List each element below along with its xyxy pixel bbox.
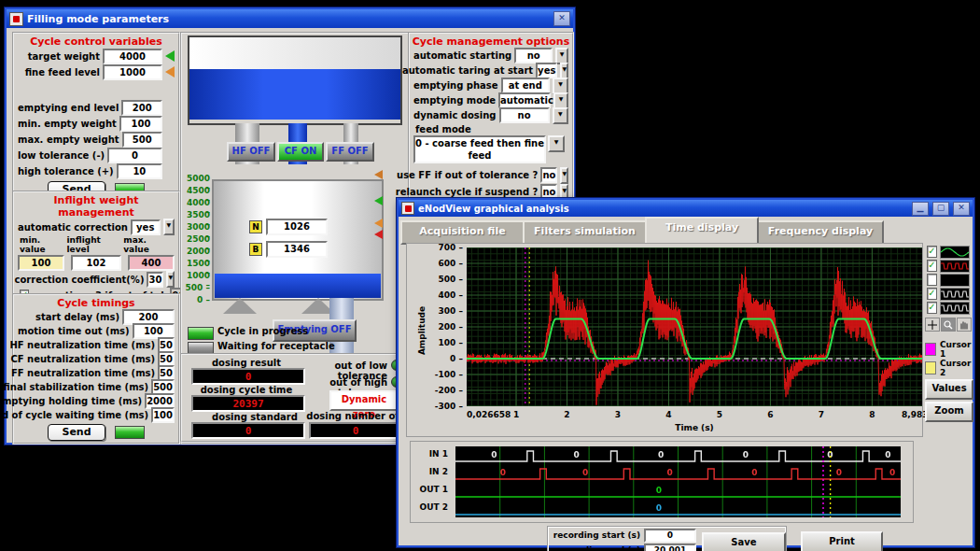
trace-style-swatch <box>940 302 970 315</box>
field-label: fine feed level <box>25 67 100 78</box>
emptying-mode-select[interactable]: automatic <box>498 92 551 108</box>
field-label: min. empty weight <box>18 119 117 129</box>
chevron-down-icon[interactable]: ▼ <box>166 271 175 288</box>
io-label-out2: OUT 2 <box>413 502 448 512</box>
chevron-down-icon[interactable]: ▼ <box>548 135 565 152</box>
trace-style-swatch <box>940 274 970 287</box>
values-button[interactable]: Values <box>925 379 973 400</box>
field-label: high tolerance (+) <box>18 166 114 177</box>
time-chart-canvas[interactable] <box>467 247 922 406</box>
inflight-level-input[interactable]: 102 <box>71 255 121 271</box>
enodview-body: Acquisition file Filters simulation Time… <box>399 217 973 545</box>
auto-taring-select[interactable]: yes <box>536 63 557 78</box>
auto-starting-select[interactable]: no <box>514 48 553 64</box>
recording-start-input[interactable]: 0 <box>644 529 696 543</box>
vessel-liquid <box>215 274 381 298</box>
x-tick-label: 3 <box>597 410 638 419</box>
recording-bar: recording start (s) 0 recording end (s) … <box>548 527 786 551</box>
trace-visibility-checkbox[interactable]: ✓ <box>927 246 937 258</box>
y-tick-label: 300 – <box>431 306 463 316</box>
alarm-level-marker-icon <box>374 230 383 239</box>
print-button[interactable]: Print <box>801 531 883 551</box>
close-icon[interactable]: ✕ <box>553 11 570 26</box>
cursor1-label: Cursor 1 <box>940 340 973 359</box>
field-label: dynamic dosing <box>413 110 497 120</box>
pan-tool-icon[interactable] <box>957 318 972 332</box>
cycle-mgmt-title: Cycle management options <box>410 34 572 48</box>
dynamic-zero-button[interactable]: Dynamic zero <box>329 390 399 411</box>
close-icon[interactable]: ✕ <box>953 202 970 216</box>
crosshair-tool-icon[interactable] <box>925 318 940 332</box>
high-tolerance-input[interactable]: 10 <box>117 163 162 179</box>
tab-time-display[interactable]: Time display <box>645 217 759 243</box>
x-tick-label: 6 <box>749 410 791 419</box>
cycle-timings-title: Cycle timings <box>14 295 178 309</box>
trace-visibility-checkbox[interactable]: ✓ <box>927 288 937 300</box>
level-marker-icon <box>374 170 383 179</box>
enodview-app-icon <box>401 202 414 215</box>
chevron-down-icon[interactable]: ▼ <box>553 107 568 124</box>
tab-acquisition-file[interactable]: Acquisition file <box>400 220 525 245</box>
field-label: emptying end level <box>18 103 119 113</box>
feed-mode-select[interactable]: 0 - coarse feed then fine feed <box>413 135 546 163</box>
y-tick-label: -300 – <box>431 402 463 411</box>
gross-weight-value: 1346 <box>266 241 328 258</box>
x-tick-label: 8 <box>851 410 892 419</box>
io-label-out1: OUT 1 <box>413 485 448 494</box>
cf-valve-button[interactable]: CF ON <box>277 142 324 162</box>
dosing-result-label: dosing result <box>189 358 303 368</box>
save-simulation-button[interactable]: Save simulation <box>702 532 786 551</box>
field-label: automatic starting <box>413 50 511 61</box>
ff-valve-button[interactable]: FF OFF <box>326 142 374 162</box>
y-tick-label: 400 – <box>431 290 463 300</box>
y-tick-label: 100 – <box>431 338 463 347</box>
emptying-end-level-input[interactable]: 200 <box>121 100 162 116</box>
zoom-tool-icon[interactable] <box>941 318 956 332</box>
y-tick-label: -200 – <box>431 386 463 395</box>
low-tolerance-input[interactable]: 0 <box>107 148 162 163</box>
io-chart-canvas[interactable] <box>455 446 901 517</box>
filling-window-title: Filling mode parameters <box>27 13 169 25</box>
target-weight-input[interactable]: 4000 <box>103 49 162 64</box>
end-cycle-waiting-input[interactable]: 100 <box>151 407 175 423</box>
enodview-titlebar[interactable]: eNodView graphical analysis ▁ ▢ ✕ <box>399 200 973 217</box>
cursor1-swatch[interactable] <box>925 343 936 356</box>
tab-filters-simulation[interactable]: Filters simulation <box>523 220 647 245</box>
hf-valve-button[interactable]: HF OFF <box>227 142 275 162</box>
field-label: emptying holding time (ms) <box>0 396 142 406</box>
trace-visibility-checkbox[interactable] <box>927 274 937 286</box>
use-ff-select[interactable]: no <box>540 167 557 183</box>
send-button[interactable]: Send <box>48 424 105 441</box>
y-tick-label: 500 – <box>431 275 463 284</box>
recording-end-input[interactable]: 20,001 <box>644 544 696 551</box>
fine-feed-marker-icon <box>165 66 175 78</box>
max-empty-weight-input[interactable]: 500 <box>122 132 162 148</box>
field-label: low tolerance (-) <box>18 150 105 161</box>
trace-style-swatch <box>940 288 970 301</box>
x-tick-label: 2 <box>547 410 588 419</box>
filling-titlebar[interactable]: Filling mode parameters ✕ <box>7 9 573 28</box>
field-label: relaunch cycle if suspend ? <box>396 187 539 197</box>
emptying-phase-select[interactable]: at end <box>501 78 550 93</box>
dosing-cycles-display: 0 <box>309 422 402 439</box>
trace-visibility-checkbox[interactable]: ✓ <box>927 260 937 272</box>
auto-correction-select[interactable]: yes <box>131 219 161 235</box>
y-tick-label: 0 – <box>431 354 463 363</box>
min-empty-weight-input[interactable]: 100 <box>119 116 162 132</box>
field-label: target weight <box>28 51 100 62</box>
correction-coeff-select[interactable]: 30 <box>147 272 163 288</box>
x-tick-label: 4 <box>648 410 689 419</box>
field-label: emptying phase <box>413 80 498 91</box>
minimize-icon[interactable]: ▁ <box>912 202 929 216</box>
dynamic-dosing-select[interactable]: no <box>499 107 550 123</box>
chevron-down-icon[interactable]: ▼ <box>560 167 568 184</box>
zoom-button[interactable]: Zoom <box>925 402 973 422</box>
legend-row: ✓ <box>927 301 970 315</box>
cursor2-swatch[interactable] <box>925 361 936 374</box>
tab-frequency-display[interactable]: Frequency display <box>757 220 884 245</box>
maximize-icon[interactable]: ▢ <box>932 202 949 216</box>
trace-visibility-checkbox[interactable]: ✓ <box>927 302 937 314</box>
fine-feed-level-input[interactable]: 1000 <box>103 64 162 80</box>
chevron-down-icon[interactable]: ▼ <box>163 219 175 235</box>
x-tick-label: 7 <box>801 410 842 419</box>
